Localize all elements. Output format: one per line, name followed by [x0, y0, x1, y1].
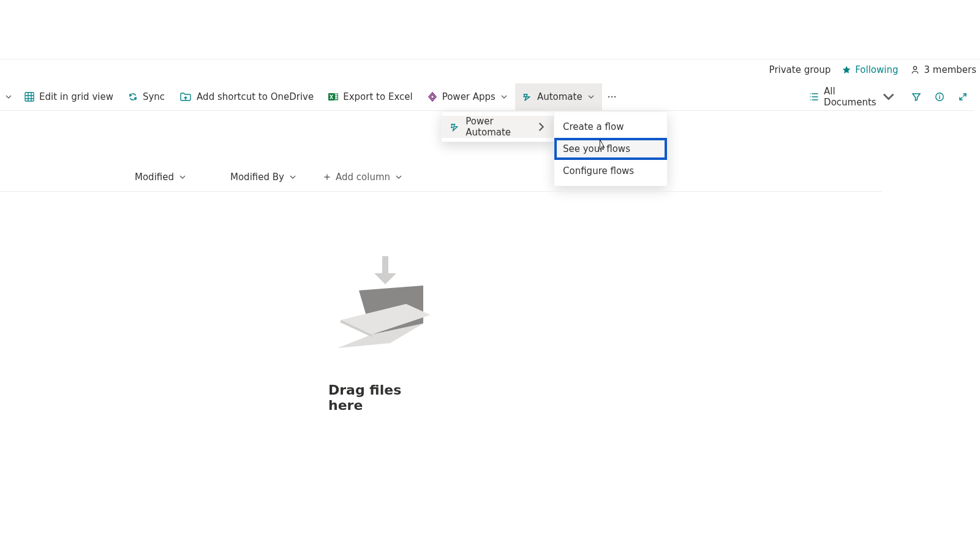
- excel-icon: [328, 92, 338, 102]
- column-modified-by[interactable]: Modified By: [230, 172, 296, 183]
- add-column-label: Add column: [336, 172, 390, 183]
- sync-label: Sync: [143, 91, 165, 102]
- more-horizontal-icon: [607, 92, 617, 102]
- folder-shortcut-icon: [179, 91, 192, 103]
- following-label: Following: [855, 64, 898, 75]
- chevron-down-icon: [289, 173, 296, 181]
- fullscreen-button[interactable]: [954, 83, 971, 110]
- create-a-flow-label: Create a flow: [563, 121, 624, 132]
- chevron-down-icon: [500, 93, 508, 100]
- command-bar: Edit in grid view Sync Add shortcut to O…: [0, 83, 974, 111]
- svg-point-0: [913, 66, 916, 69]
- chevron-down-icon: [881, 89, 895, 104]
- expand-icon: [958, 92, 968, 102]
- empty-folder-icon: [331, 256, 435, 354]
- export-excel-button[interactable]: Export to Excel: [321, 83, 420, 110]
- power-apps-label: Power Apps: [442, 91, 496, 102]
- svg-point-4: [608, 96, 609, 98]
- create-a-flow-item[interactable]: Create a flow: [554, 116, 667, 138]
- see-your-flows-label: See your flows: [563, 143, 630, 154]
- column-modified-by-label: Modified By: [230, 172, 284, 183]
- empty-state: Drag files here: [328, 256, 439, 413]
- window-chrome-blank: [0, 0, 980, 59]
- power-apps-button[interactable]: Power Apps: [420, 83, 515, 110]
- svg-point-5: [611, 96, 612, 98]
- list-view-icon: [809, 92, 819, 102]
- following-toggle[interactable]: Following: [842, 64, 898, 75]
- automate-flyout: Power Automate: [441, 112, 555, 142]
- column-modified-label: Modified: [135, 172, 174, 183]
- more-button[interactable]: [602, 83, 622, 110]
- export-excel-label: Export to Excel: [343, 91, 412, 102]
- add-column-button[interactable]: Add column: [323, 172, 402, 183]
- svg-point-6: [614, 96, 616, 98]
- automate-label: Automate: [537, 91, 582, 102]
- sync-icon: [128, 92, 138, 102]
- column-modified[interactable]: Modified: [135, 172, 186, 183]
- automate-button[interactable]: Automate: [515, 83, 602, 110]
- members-count-label: 3 members: [924, 64, 977, 75]
- chevron-down-icon: [395, 173, 402, 181]
- plus-icon: [323, 173, 331, 181]
- automate-icon: [522, 92, 532, 102]
- chevron-right-icon: [537, 121, 546, 132]
- people-icon: [910, 64, 921, 75]
- add-shortcut-onedrive-button[interactable]: Add shortcut to OneDrive: [172, 83, 321, 110]
- info-icon: [935, 92, 944, 102]
- empty-state-caption: Drag files here: [328, 382, 439, 413]
- grid-icon: [24, 92, 34, 102]
- info-button[interactable]: [931, 83, 948, 110]
- filter-button[interactable]: [908, 83, 925, 110]
- add-shortcut-label: Add shortcut to OneDrive: [197, 91, 314, 102]
- truncated-cmd-left[interactable]: [0, 83, 17, 110]
- sync-button[interactable]: Sync: [121, 83, 172, 110]
- edit-in-grid-view-button[interactable]: Edit in grid view: [17, 83, 121, 110]
- power-automate-menu-label: Power Automate: [466, 116, 530, 138]
- filter-icon: [911, 92, 921, 102]
- edit-in-grid-view-label: Edit in grid view: [39, 91, 113, 102]
- see-your-flows-item[interactable]: See your flows: [554, 138, 667, 160]
- star-filled-icon: [842, 65, 851, 75]
- list-column-headers: Modified Modified By Add column: [0, 163, 882, 192]
- chevron-down-icon: [5, 93, 12, 100]
- view-selector-label: All Documents: [824, 86, 876, 108]
- group-type-label: Private group: [769, 64, 831, 75]
- power-automate-icon: [450, 121, 459, 132]
- chevron-down-icon: [179, 173, 186, 181]
- chevron-down-icon: [587, 93, 595, 100]
- members-button[interactable]: 3 members: [910, 64, 977, 75]
- site-info-bar: Private group Following 3 members: [769, 60, 976, 80]
- svg-rect-1: [25, 93, 34, 101]
- power-automate-menu-item[interactable]: Power Automate: [442, 116, 554, 138]
- power-apps-icon: [428, 92, 437, 102]
- view-selector[interactable]: All Documents: [803, 83, 902, 110]
